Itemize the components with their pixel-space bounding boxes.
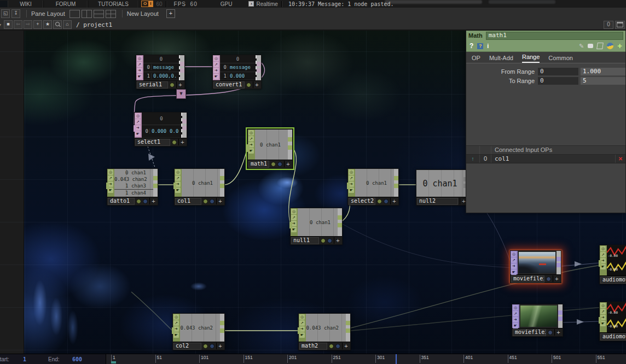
input-port[interactable]	[173, 183, 176, 189]
output-port[interactable]	[288, 137, 292, 142]
node-viewer-body[interactable]	[519, 304, 558, 328]
pen-flag-icon[interactable]: ↗	[600, 309, 606, 314]
viewer-flag-icon[interactable]: ◎	[137, 56, 142, 61]
input-port[interactable]	[106, 183, 109, 189]
pen-flag-icon[interactable]: ↗	[291, 215, 297, 220]
up-arrow-icon[interactable]: ↑	[466, 155, 480, 163]
perform-mode-o[interactable]: O	[142, 1, 148, 7]
node-name[interactable]: audiomovi	[600, 333, 626, 340]
render-flag-dot[interactable]	[143, 199, 148, 204]
node-viewer-body[interactable]	[518, 251, 557, 274]
node-name[interactable]: col2	[173, 343, 201, 350]
node-expand-button[interactable]: +	[284, 161, 292, 167]
input-port[interactable]	[599, 260, 601, 267]
node-expand-button[interactable]: +	[176, 81, 184, 88]
node-viewer-body[interactable]: 0 chan10.043 chan21 chan31 chan4	[114, 169, 153, 197]
pen-flag-icon[interactable]: ↗	[108, 175, 113, 181]
viewer-flag-icon[interactable]: ◎	[108, 169, 113, 175]
end-value[interactable]: 600	[72, 356, 82, 362]
viewer-flag-icon[interactable]: ◎	[175, 169, 181, 175]
node-viewer-body[interactable]: 000.0000.0	[142, 113, 182, 138]
output-port[interactable]	[346, 328, 350, 333]
output-port[interactable]	[220, 328, 224, 333]
home-network-button[interactable]: ⌂	[63, 20, 72, 29]
render-flag-dot[interactable]	[335, 344, 340, 349]
render-flag-dot[interactable]	[210, 344, 215, 349]
node-expand-button[interactable]: +	[390, 198, 398, 204]
layout-preset-grid[interactable]	[106, 10, 116, 18]
output-port[interactable]	[220, 176, 224, 180]
output-port[interactable]	[338, 215, 342, 220]
node-expand-button[interactable]: +	[553, 275, 560, 282]
viewer-flag-icon[interactable]: ◎	[291, 209, 297, 214]
node-name[interactable]: math2	[299, 343, 327, 350]
output-port[interactable]	[558, 316, 563, 321]
perform-mode-toggle[interactable]: O I	[141, 1, 153, 7]
node-name[interactable]: moviefilein5	[511, 275, 544, 283]
node-name[interactable]: math1	[248, 161, 269, 168]
node-math2[interactable]: ◎↗➜☛0.043 chan2math2+	[298, 313, 351, 350]
viewer-flag-icon[interactable]: ◎	[299, 314, 305, 320]
pen-flag-icon[interactable]: ↗	[137, 62, 142, 67]
menu-item-forum[interactable]: FORUM	[44, 1, 88, 8]
search-zoom-button[interactable]	[53, 20, 62, 29]
node-moviefilein5[interactable]: ◎↗➜☛moviefilein5+	[510, 250, 561, 283]
output-port[interactable]	[182, 119, 187, 124]
caret-icon[interactable]: ▾	[0, 22, 3, 27]
timeline-tick[interactable]: 301	[375, 355, 385, 363]
pen-flag-icon[interactable]: ↗	[135, 119, 141, 125]
pen-flag-icon[interactable]: ↗	[511, 257, 517, 263]
start-value[interactable]: 1	[23, 356, 26, 362]
param-expression-field[interactable]: 1.000	[581, 68, 625, 75]
timeline-tick[interactable]: 101	[199, 355, 208, 363]
node-name[interactable]: null2	[417, 198, 458, 205]
node-expand-button[interactable]: +	[149, 198, 157, 204]
node-datto1[interactable]: ◎↗➜☛0 chan10.043 chan21 chan31 chan4datt…	[107, 168, 158, 206]
node-expand-button[interactable]: +	[216, 343, 224, 349]
realtime-label[interactable]: Realtime	[256, 1, 277, 7]
timeline-range-handle[interactable]	[111, 361, 116, 363]
viewer-flag-icon[interactable]: ◎	[513, 305, 518, 310]
node-name[interactable]: null1	[291, 237, 319, 244]
app-icon[interactable]	[0, 1, 8, 7]
dock-icon[interactable]: ↧	[11, 9, 20, 18]
output-port[interactable]	[394, 184, 398, 188]
param-label[interactable]: To Range	[466, 78, 538, 84]
viewer-flag-icon[interactable]: ◎	[349, 169, 354, 175]
timeline-tick[interactable]: 251	[332, 355, 341, 363]
export-flag-icon[interactable]: ➜	[513, 317, 518, 322]
timeline-tick[interactable]: 501	[552, 355, 561, 363]
output-port[interactable]	[257, 62, 261, 66]
render-flag-dot[interactable]	[327, 238, 332, 243]
display-flag-dot[interactable]	[203, 344, 208, 349]
layout-preset-vsplit[interactable]	[82, 10, 92, 18]
render-flag-dot[interactable]	[277, 162, 282, 167]
tab-op[interactable]: OP	[472, 55, 480, 63]
node-viewer-body[interactable]: 0.043 chan2	[180, 314, 220, 342]
output-port[interactable]	[394, 176, 398, 180]
display-flag-dot[interactable]	[271, 162, 276, 167]
input-port[interactable]	[298, 327, 300, 334]
node-expand-button[interactable]: +	[334, 237, 341, 244]
maximize-pane-button[interactable]	[615, 21, 625, 29]
input-port[interactable]	[599, 317, 601, 324]
node-name[interactable]: moviefilein6	[513, 329, 546, 336]
python-icon[interactable]	[606, 42, 615, 50]
output-port[interactable]	[558, 310, 563, 315]
output-port[interactable]	[180, 62, 184, 66]
input-port[interactable]	[347, 183, 350, 189]
connected-input-row[interactable]: ↑ 0 col1 ✕	[466, 155, 625, 163]
tab-range[interactable]: Range	[522, 54, 540, 63]
node-expand-button[interactable]: +	[554, 329, 562, 336]
tab-common[interactable]: Common	[548, 55, 573, 63]
close-icon[interactable]: ✕	[615, 155, 625, 163]
timeline-tick[interactable]: 201	[287, 355, 297, 363]
output-port[interactable]	[180, 68, 184, 73]
output-port[interactable]	[153, 176, 158, 180]
timeline-bar[interactable]: Start: 1 End: 600 1511011512012513013514…	[0, 354, 626, 364]
timeline-tick[interactable]: 451	[508, 355, 517, 363]
display-flag-dot[interactable]	[321, 238, 326, 243]
render-flag-dot[interactable]	[548, 330, 553, 335]
node-audiomoviein1[interactable]: ◎↗➜☛-0.00-0.00audiomovi+	[599, 245, 626, 284]
menu-item-wiki[interactable]: WIKI	[8, 1, 44, 8]
